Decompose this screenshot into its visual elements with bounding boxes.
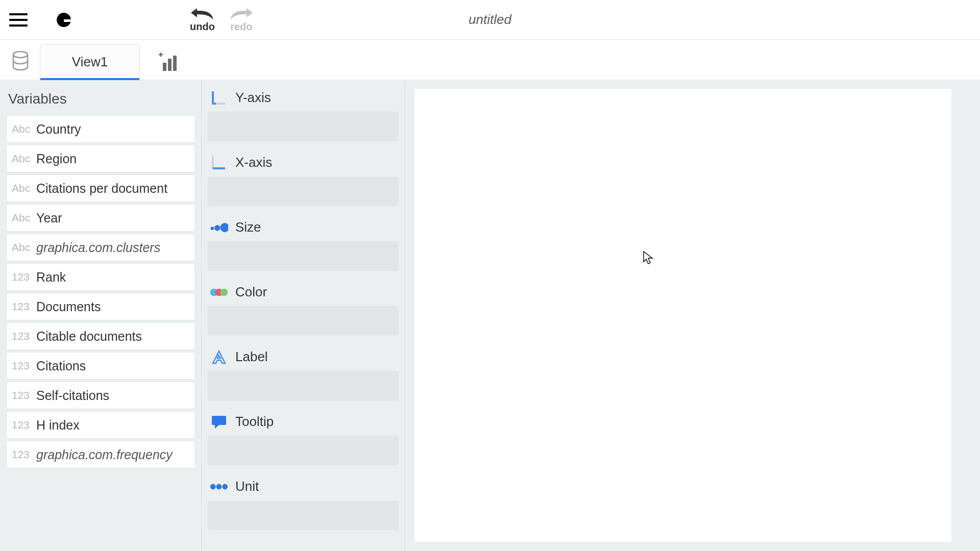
tooltip-icon (210, 415, 228, 429)
variable-name: Citations (36, 359, 86, 373)
undo-button[interactable]: undo (190, 7, 215, 33)
svg-point-6 (220, 223, 228, 232)
size-icon (210, 220, 228, 235)
variable-name: Year (36, 211, 62, 226)
svg-point-4 (211, 227, 214, 230)
svg-point-12 (216, 484, 222, 489)
shelf-xaxis: X-axis (208, 152, 399, 206)
redo-button[interactable]: redo (229, 7, 254, 33)
variable-pill[interactable]: AbcYear (6, 204, 195, 232)
shelf-label: Color (235, 284, 267, 300)
variable-pill[interactable]: 123Documents (6, 293, 195, 320)
variable-pill[interactable]: AbcCitations per document (6, 174, 195, 202)
variable-pill[interactable]: 123Citable documents (6, 322, 195, 350)
add-view-button[interactable] (153, 47, 184, 78)
variable-pill[interactable]: AbcCountry (6, 115, 195, 143)
variable-pill[interactable]: AbcRegion (6, 145, 195, 172)
shelf-dropzone-tooltip[interactable] (208, 436, 399, 465)
variable-type: Abc (12, 182, 36, 194)
top-toolbar: undo redo untitled (0, 0, 980, 40)
shelf-header: Label (208, 346, 399, 371)
variable-type: Abc (12, 123, 36, 135)
shelf-dropzone-unit[interactable] (208, 500, 399, 530)
shelf-color: Color (208, 281, 399, 336)
shelf-dropzone-color[interactable] (208, 306, 399, 336)
shelf-tooltip: Tooltip (208, 411, 399, 465)
document-title[interactable]: untitled (469, 12, 511, 28)
variable-name: Self-citations (36, 388, 109, 403)
variable-type: Abc (12, 212, 36, 224)
menu-icon[interactable] (9, 9, 31, 31)
variable-name: Citable documents (36, 329, 142, 344)
variables-title: Variables (6, 85, 195, 115)
variable-name: H index (36, 418, 80, 433)
variable-pill[interactable]: 123Citations (6, 352, 195, 380)
variable-type: 123 (12, 360, 36, 372)
shelf-dropzone-size[interactable] (208, 241, 399, 271)
shelf-yaxis: Y-axis (208, 87, 399, 141)
shelf-dropzone-yaxis[interactable] (208, 112, 399, 141)
variable-type: 123 (12, 389, 36, 402)
yaxis-icon (210, 91, 228, 105)
variable-pill[interactable]: Abcgraphica.com.clusters (6, 234, 195, 261)
tab-strip: View1 (0, 40, 980, 80)
variable-pill[interactable]: 123Self-citations (6, 382, 195, 409)
shelf-dropzone-label[interactable] (208, 371, 399, 400)
shelf-label: Unit (235, 479, 259, 494)
variable-name: Citations per document (36, 181, 167, 196)
redo-label: redo (229, 21, 254, 33)
shelf-label: Tooltip (235, 414, 274, 430)
variable-pill[interactable]: 123Rank (6, 263, 195, 291)
shelf-header: Y-axis (208, 87, 399, 112)
variable-pill[interactable]: 123H index (6, 411, 195, 439)
datasource-icon[interactable] (7, 46, 34, 77)
svg-rect-1 (163, 63, 166, 71)
color-icon (210, 285, 228, 299)
tab-label: View1 (72, 54, 108, 70)
svg-rect-10 (212, 416, 226, 425)
chart-canvas[interactable] (414, 89, 951, 542)
canvas-container (405, 80, 980, 551)
variable-name: Country (36, 122, 81, 137)
variable-type: 123 (12, 300, 36, 313)
label-icon (210, 350, 228, 364)
app-logo[interactable] (55, 11, 72, 29)
shelf-label: X-axis (235, 155, 272, 170)
variable-name: Rank (36, 270, 66, 285)
tab-view1[interactable]: View1 (40, 44, 140, 80)
variables-panel: Variables AbcCountryAbcRegionAbcCitation… (0, 80, 201, 551)
variable-type: 123 (12, 271, 36, 283)
svg-point-11 (210, 484, 216, 489)
variable-name: graphica.com.clusters (36, 240, 160, 255)
svg-rect-2 (168, 59, 172, 71)
xaxis-icon (210, 156, 228, 170)
svg-point-13 (222, 484, 228, 489)
variable-type: Abc (12, 241, 36, 254)
variable-pill[interactable]: 123graphica.com.frequency (6, 441, 195, 468)
variable-type: 123 (12, 330, 36, 342)
shelf-label: Label (235, 349, 268, 365)
shelf-unit: Unit (208, 475, 399, 530)
svg-point-0 (13, 52, 28, 58)
shelf-label: Y-axis (235, 90, 271, 106)
variable-name: Documents (36, 299, 101, 314)
undo-label: undo (190, 21, 215, 33)
shelf-dropzone-xaxis[interactable] (208, 177, 399, 206)
shelf-size: Size (208, 216, 399, 271)
variable-name: Region (36, 152, 77, 166)
shelf-header: Size (208, 216, 399, 241)
svg-point-5 (214, 225, 220, 231)
shelf-header: Unit (208, 475, 399, 500)
shelf-label: Label (208, 346, 399, 400)
shelf-header: Color (208, 281, 399, 306)
unit-icon (210, 480, 228, 494)
variable-type: Abc (12, 153, 36, 165)
variable-type: 123 (12, 419, 36, 431)
variable-name: graphica.com.frequency (36, 447, 173, 462)
svg-rect-3 (173, 56, 177, 71)
shelf-header: Tooltip (208, 411, 399, 436)
svg-point-9 (220, 288, 228, 296)
shelves-panel: Y-axisX-axisSizeColorLabelTooltipUnit (201, 80, 405, 551)
shelf-label: Size (235, 219, 261, 235)
shelf-header: X-axis (208, 152, 399, 177)
